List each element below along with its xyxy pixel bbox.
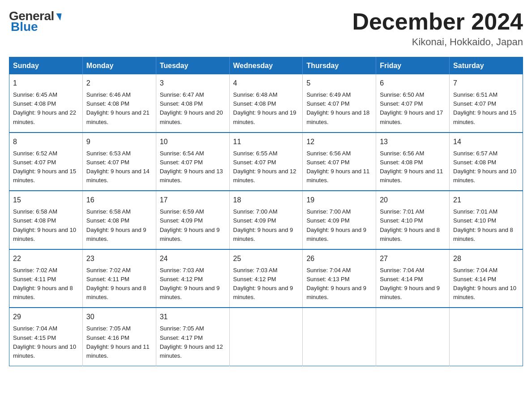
day-number: 30 [86, 312, 152, 322]
week-row-3: 15Sunrise: 6:58 AMSunset: 4:08 PMDayligh… [9, 191, 523, 249]
calendar-cell: 16Sunrise: 6:58 AMSunset: 4:08 PMDayligh… [82, 191, 156, 249]
day-number: 19 [306, 195, 372, 206]
calendar-cell: 19Sunrise: 7:00 AMSunset: 4:09 PMDayligh… [303, 191, 376, 249]
day-info: Sunrise: 6:58 AMSunset: 4:08 PMDaylight:… [86, 208, 146, 242]
day-number: 14 [453, 137, 519, 147]
day-number: 12 [306, 137, 372, 147]
calendar-cell: 10Sunrise: 6:54 AMSunset: 4:07 PMDayligh… [156, 133, 229, 191]
calendar-cell [450, 308, 523, 366]
calendar-table: Sunday Monday Tuesday Wednesday Thursday… [9, 57, 523, 366]
day-number: 29 [13, 312, 79, 322]
day-number: 15 [13, 195, 79, 206]
day-info: Sunrise: 6:49 AMSunset: 4:07 PMDaylight:… [306, 91, 369, 125]
day-number: 26 [306, 253, 372, 264]
calendar-cell: 20Sunrise: 7:01 AMSunset: 4:10 PMDayligh… [376, 191, 450, 249]
day-number: 27 [380, 253, 446, 264]
day-info: Sunrise: 7:03 AMSunset: 4:12 PMDaylight:… [233, 267, 293, 300]
header-monday: Monday [82, 57, 156, 75]
day-info: Sunrise: 7:04 AMSunset: 4:15 PMDaylight:… [13, 325, 76, 359]
day-info: Sunrise: 6:57 AMSunset: 4:08 PMDaylight:… [453, 150, 516, 184]
day-info: Sunrise: 7:00 AMSunset: 4:09 PMDaylight:… [233, 208, 293, 242]
calendar-cell: 6Sunrise: 6:50 AMSunset: 4:07 PMDaylight… [376, 74, 450, 133]
logo: General Blue [9, 9, 61, 34]
calendar-cell: 23Sunrise: 7:02 AMSunset: 4:11 PMDayligh… [82, 249, 156, 308]
day-number: 11 [233, 137, 299, 147]
header-saturday: Saturday [450, 57, 523, 75]
calendar-cell: 13Sunrise: 6:56 AMSunset: 4:08 PMDayligh… [376, 133, 450, 191]
day-number: 24 [160, 253, 226, 264]
day-info: Sunrise: 7:04 AMSunset: 4:13 PMDaylight:… [306, 267, 366, 300]
day-number: 7 [453, 78, 519, 89]
day-info: Sunrise: 7:01 AMSunset: 4:10 PMDaylight:… [453, 208, 513, 242]
calendar-cell: 21Sunrise: 7:01 AMSunset: 4:10 PMDayligh… [450, 191, 523, 249]
day-info: Sunrise: 6:54 AMSunset: 4:07 PMDaylight:… [160, 150, 223, 184]
week-row-2: 8Sunrise: 6:52 AMSunset: 4:07 PMDaylight… [9, 133, 523, 191]
calendar-cell: 11Sunrise: 6:55 AMSunset: 4:07 PMDayligh… [229, 133, 303, 191]
day-number: 2 [86, 78, 152, 89]
day-info: Sunrise: 7:04 AMSunset: 4:14 PMDaylight:… [380, 267, 440, 300]
calendar-cell: 24Sunrise: 7:03 AMSunset: 4:12 PMDayligh… [156, 249, 229, 308]
calendar-cell: 28Sunrise: 7:04 AMSunset: 4:14 PMDayligh… [450, 249, 523, 308]
day-info: Sunrise: 7:00 AMSunset: 4:09 PMDaylight:… [306, 208, 366, 242]
calendar-cell: 8Sunrise: 6:52 AMSunset: 4:07 PMDaylight… [9, 133, 83, 191]
day-info: Sunrise: 7:02 AMSunset: 4:11 PMDaylight:… [13, 267, 73, 300]
header-friday: Friday [376, 57, 450, 75]
header-thursday: Thursday [303, 57, 376, 75]
calendar-cell: 18Sunrise: 7:00 AMSunset: 4:09 PMDayligh… [229, 191, 303, 249]
day-number: 6 [380, 78, 446, 89]
day-info: Sunrise: 6:47 AMSunset: 4:08 PMDaylight:… [160, 91, 223, 125]
day-info: Sunrise: 6:45 AMSunset: 4:08 PMDaylight:… [13, 91, 76, 125]
day-number: 18 [233, 195, 299, 206]
header-row: Sunday Monday Tuesday Wednesday Thursday… [9, 57, 523, 75]
header-wednesday: Wednesday [229, 57, 303, 75]
day-number: 16 [86, 195, 152, 206]
calendar-cell: 14Sunrise: 6:57 AMSunset: 4:08 PMDayligh… [450, 133, 523, 191]
calendar-header: Sunday Monday Tuesday Wednesday Thursday… [9, 57, 523, 75]
calendar-cell: 4Sunrise: 6:48 AMSunset: 4:08 PMDaylight… [229, 74, 303, 133]
day-info: Sunrise: 6:55 AMSunset: 4:07 PMDaylight:… [233, 150, 296, 184]
location-subtitle: Kikonai, Hokkaido, Japan [352, 36, 523, 48]
day-number: 20 [380, 195, 446, 206]
calendar-cell: 1Sunrise: 6:45 AMSunset: 4:08 PMDaylight… [9, 74, 83, 133]
day-info: Sunrise: 6:50 AMSunset: 4:07 PMDaylight:… [380, 91, 443, 125]
day-number: 1 [13, 78, 79, 89]
calendar-cell: 2Sunrise: 6:46 AMSunset: 4:08 PMDaylight… [82, 74, 156, 133]
day-info: Sunrise: 7:05 AMSunset: 4:16 PMDaylight:… [86, 325, 150, 359]
calendar-cell: 25Sunrise: 7:03 AMSunset: 4:12 PMDayligh… [229, 249, 303, 308]
day-number: 17 [160, 195, 226, 206]
day-number: 23 [86, 253, 152, 264]
day-info: Sunrise: 7:05 AMSunset: 4:17 PMDaylight:… [160, 325, 223, 359]
month-year-title: December 2024 [352, 9, 523, 34]
day-number: 8 [13, 137, 79, 147]
day-number: 22 [13, 253, 79, 264]
calendar-cell [303, 308, 376, 366]
day-info: Sunrise: 6:48 AMSunset: 4:08 PMDaylight:… [233, 91, 296, 125]
week-row-4: 22Sunrise: 7:02 AMSunset: 4:11 PMDayligh… [9, 249, 523, 308]
header-tuesday: Tuesday [156, 57, 229, 75]
day-number: 9 [86, 137, 152, 147]
calendar-cell: 12Sunrise: 6:56 AMSunset: 4:07 PMDayligh… [303, 133, 376, 191]
day-number: 13 [380, 137, 446, 147]
calendar-cell: 7Sunrise: 6:51 AMSunset: 4:07 PMDaylight… [450, 74, 523, 133]
calendar-cell: 22Sunrise: 7:02 AMSunset: 4:11 PMDayligh… [9, 249, 83, 308]
day-info: Sunrise: 6:56 AMSunset: 4:07 PMDaylight:… [306, 150, 369, 184]
calendar-body: 1Sunrise: 6:45 AMSunset: 4:08 PMDaylight… [9, 74, 523, 366]
calendar-cell: 5Sunrise: 6:49 AMSunset: 4:07 PMDaylight… [303, 74, 376, 133]
day-info: Sunrise: 6:59 AMSunset: 4:09 PMDaylight:… [160, 208, 220, 242]
day-info: Sunrise: 6:46 AMSunset: 4:08 PMDaylight:… [86, 91, 150, 125]
title-area: December 2024 Kikonai, Hokkaido, Japan [352, 9, 523, 48]
day-number: 28 [453, 253, 519, 264]
calendar-cell: 3Sunrise: 6:47 AMSunset: 4:08 PMDaylight… [156, 74, 229, 133]
day-number: 5 [306, 78, 372, 89]
day-info: Sunrise: 7:01 AMSunset: 4:10 PMDaylight:… [380, 208, 440, 242]
page-header: General Blue December 2024 Kikonai, Hokk… [9, 9, 523, 48]
day-number: 10 [160, 137, 226, 147]
day-info: Sunrise: 7:02 AMSunset: 4:11 PMDaylight:… [86, 267, 146, 300]
day-number: 4 [233, 78, 299, 89]
calendar-cell [229, 308, 303, 366]
day-info: Sunrise: 6:58 AMSunset: 4:08 PMDaylight:… [13, 208, 76, 242]
day-number: 31 [160, 312, 226, 322]
day-info: Sunrise: 6:53 AMSunset: 4:07 PMDaylight:… [86, 150, 150, 184]
week-row-1: 1Sunrise: 6:45 AMSunset: 4:08 PMDaylight… [9, 74, 523, 133]
day-number: 21 [453, 195, 519, 206]
